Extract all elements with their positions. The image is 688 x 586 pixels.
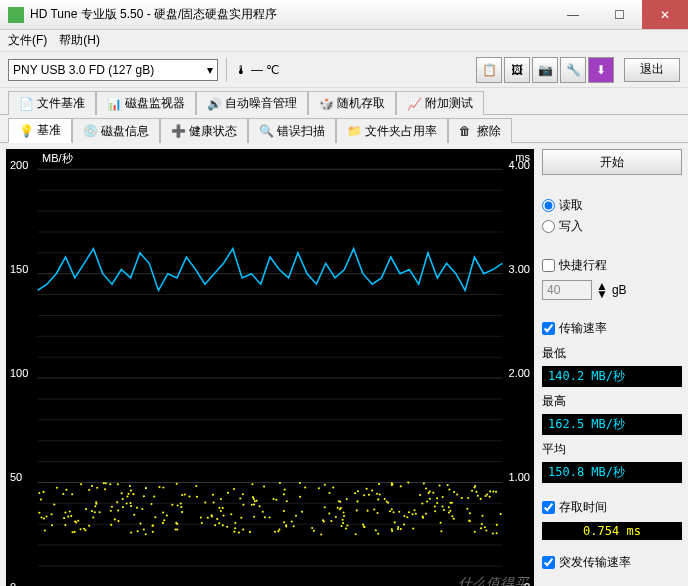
svg-point-123	[367, 510, 369, 512]
svg-point-187	[485, 495, 487, 497]
tab-info[interactable]: 💿磁盘信息	[72, 118, 160, 143]
svg-point-70	[222, 514, 224, 516]
svg-point-301	[313, 530, 315, 532]
svg-point-103	[214, 524, 216, 526]
svg-point-238	[456, 494, 458, 496]
svg-point-224	[110, 524, 112, 526]
tab-disk-monitor[interactable]: 📊磁盘监视器	[96, 91, 196, 115]
check-short-stroke[interactable]: 快捷行程	[542, 255, 682, 276]
svg-point-225	[176, 483, 178, 485]
svg-point-303	[439, 485, 441, 487]
svg-point-69	[162, 522, 164, 524]
svg-point-235	[475, 491, 477, 493]
tab-health[interactable]: ➕健康状态	[160, 118, 248, 143]
svg-point-166	[259, 505, 261, 507]
tab-random-access[interactable]: 🎲随机存取	[308, 91, 396, 115]
svg-point-175	[130, 531, 132, 533]
check-burst-input[interactable]	[542, 556, 555, 569]
svg-point-100	[425, 513, 427, 515]
svg-point-76	[129, 502, 131, 504]
svg-point-181	[171, 504, 173, 506]
check-short-stroke-input[interactable]	[542, 259, 555, 272]
svg-point-35	[397, 528, 399, 530]
svg-point-124	[44, 530, 46, 532]
svg-point-232	[284, 488, 286, 490]
svg-point-180	[154, 516, 156, 518]
tab-error-scan[interactable]: 🔍错误扫描	[248, 118, 336, 143]
svg-point-214	[320, 534, 322, 536]
svg-point-105	[480, 527, 482, 529]
thermometer-icon: 🌡	[235, 63, 247, 77]
svg-point-64	[130, 505, 132, 507]
svg-point-204	[254, 500, 256, 502]
svg-point-245	[85, 508, 87, 510]
drive-select[interactable]: PNY USB 3.0 FD (127 gB) ▾	[8, 59, 218, 81]
svg-point-311	[412, 527, 414, 529]
svg-point-131	[371, 489, 373, 491]
svg-point-250	[442, 496, 444, 498]
maximize-button[interactable]: ☐	[596, 0, 642, 29]
svg-point-178	[332, 487, 334, 489]
chart-svg	[6, 149, 534, 586]
radio-read[interactable]: 读取	[542, 195, 682, 216]
check-burst[interactable]: 突发传输速率	[542, 552, 682, 573]
svg-point-258	[207, 517, 209, 519]
copy-screenshot-button[interactable]: 🖼	[504, 57, 530, 83]
options-button[interactable]: 🔧	[560, 57, 586, 83]
svg-point-201	[163, 519, 165, 521]
check-transfer-input[interactable]	[542, 322, 555, 335]
tab-benchmark[interactable]: 💡基准	[8, 118, 72, 143]
svg-point-207	[196, 496, 198, 498]
svg-point-307	[252, 496, 254, 498]
tab-erase[interactable]: 🗑擦除	[448, 118, 512, 143]
svg-point-281	[251, 483, 253, 485]
short-stroke-value	[542, 280, 592, 300]
radio-read-input[interactable]	[542, 199, 555, 212]
svg-point-162	[181, 511, 183, 513]
svg-point-160	[393, 511, 395, 513]
tab-extra-tests[interactable]: 📈附加测试	[396, 91, 484, 115]
radio-write-input[interactable]	[542, 220, 555, 233]
svg-point-152	[150, 503, 152, 505]
svg-point-192	[469, 512, 471, 514]
save-button[interactable]: ⬇	[588, 57, 614, 83]
svg-point-111	[80, 483, 82, 485]
window-controls: ― ☐ ✕	[550, 0, 688, 29]
svg-point-22	[69, 510, 71, 512]
svg-point-21	[328, 492, 330, 494]
copy-info-button[interactable]: 📋	[476, 57, 502, 83]
spin-down[interactable]: ▼	[596, 290, 608, 298]
menu-help[interactable]: 帮助(H)	[59, 32, 100, 49]
svg-point-269	[277, 530, 279, 532]
tab-aam[interactable]: 🔊自动噪音管理	[196, 91, 308, 115]
check-access-time[interactable]: 存取时间	[542, 497, 682, 518]
check-access-input[interactable]	[542, 501, 555, 514]
start-button[interactable]: 开始	[542, 149, 682, 175]
svg-point-227	[486, 494, 488, 496]
svg-point-102	[212, 494, 214, 496]
svg-point-305	[130, 489, 132, 491]
tab-folder-usage[interactable]: 📁文件夹占用率	[336, 118, 448, 143]
svg-point-266	[227, 492, 229, 494]
svg-point-125	[340, 507, 342, 509]
svg-point-33	[419, 494, 421, 496]
exit-button[interactable]: 退出	[624, 58, 680, 82]
svg-point-191	[239, 497, 241, 499]
svg-point-149	[71, 531, 73, 533]
save-screenshot-button[interactable]: 📷	[532, 57, 558, 83]
svg-point-203	[230, 513, 232, 515]
minimize-button[interactable]: ―	[550, 0, 596, 29]
svg-point-282	[376, 493, 378, 495]
svg-point-52	[346, 498, 348, 500]
svg-point-320	[137, 530, 139, 532]
benchmark-chart: MB/秒 ms 200 150 100 50 0 4.00 3.00 2.00 …	[6, 149, 534, 586]
radio-write[interactable]: 写入	[542, 216, 682, 237]
menu-file[interactable]: 文件(F)	[8, 32, 47, 49]
svg-point-249	[453, 491, 455, 493]
bulb-icon: 💡	[19, 124, 33, 138]
svg-point-106	[129, 485, 131, 487]
tab-file-benchmark[interactable]: 📄文件基准	[8, 91, 96, 115]
svg-point-219	[94, 505, 96, 507]
check-transfer-rate[interactable]: 传输速率	[542, 318, 682, 339]
close-button[interactable]: ✕	[642, 0, 688, 29]
